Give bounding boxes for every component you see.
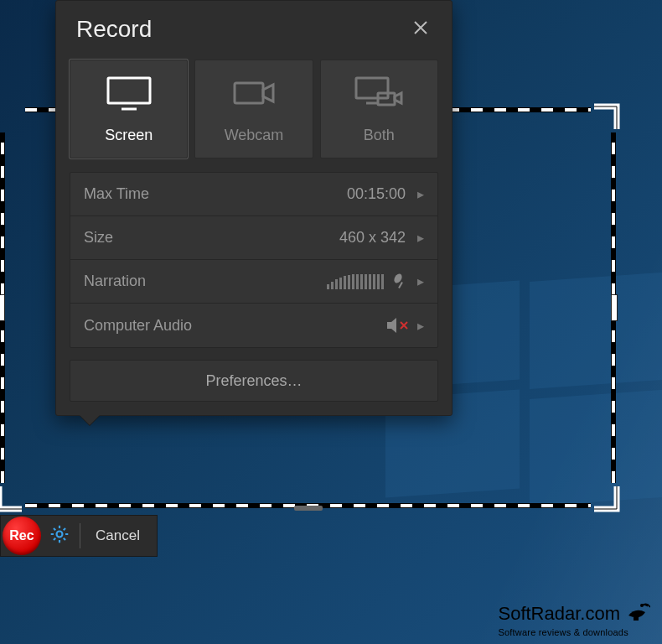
record-button-label: Rec — [9, 528, 34, 543]
row-computer-audio[interactable]: Computer Audio ▸ — [70, 304, 437, 347]
capture-handle-left[interactable] — [0, 294, 5, 321]
gear-icon — [49, 523, 70, 548]
capture-corner-top-right[interactable] — [592, 104, 619, 131]
row-narration[interactable]: Narration ▸ — [70, 260, 437, 304]
svg-rect-3 — [235, 83, 263, 103]
mode-screen-label: Screen — [105, 127, 153, 144]
svg-point-0 — [57, 532, 63, 538]
mode-webcam[interactable]: Webcam — [194, 60, 313, 158]
cancel-button-label: Cancel — [96, 527, 140, 544]
vu-meter — [327, 274, 384, 289]
watermark-title: SoftRadar.com — [498, 603, 620, 625]
speaker-muted-icon — [385, 317, 409, 334]
close-icon — [412, 19, 429, 39]
chevron-right-icon: ▸ — [411, 186, 431, 202]
svg-rect-10 — [634, 617, 639, 621]
max-time-label: Max Time — [84, 185, 149, 203]
mode-webcam-label: Webcam — [225, 127, 284, 144]
mode-both[interactable]: Both — [320, 60, 438, 158]
satellite-icon — [625, 600, 650, 627]
computer-audio-label: Computer Audio — [84, 317, 192, 335]
size-label: Size — [84, 229, 113, 247]
narration-label: Narration — [84, 273, 146, 290]
mode-screen[interactable]: Screen — [70, 60, 188, 158]
svg-rect-4 — [356, 78, 388, 98]
record-panel: Record Screen — [55, 0, 453, 416]
mode-selector: Screen Webcam Both — [70, 60, 438, 158]
capture-corner-bottom-right[interactable] — [592, 485, 619, 512]
close-button[interactable] — [408, 17, 433, 42]
preferences-button[interactable]: Preferences… — [70, 360, 438, 402]
max-time-value: 00:15:00 — [347, 185, 411, 203]
settings-button[interactable] — [43, 519, 76, 553]
capture-toolbar: Rec Cancel — [0, 515, 158, 557]
screen-webcam-icon — [353, 75, 405, 115]
row-size[interactable]: Size 460 x 342 ▸ — [70, 216, 437, 260]
chevron-right-icon: ▸ — [411, 230, 431, 246]
row-max-time[interactable]: Max Time 00:15:00 ▸ — [70, 173, 437, 216]
mode-both-label: Both — [364, 127, 395, 144]
size-value: 460 x 342 — [339, 229, 411, 247]
chevron-right-icon: ▸ — [411, 318, 431, 334]
svg-rect-8 — [398, 282, 403, 288]
svg-rect-1 — [108, 78, 150, 103]
watermark-subtitle: Software reviews & downloads — [498, 627, 650, 637]
site-watermark: SoftRadar.com Software reviews & downloa… — [498, 600, 650, 637]
toolbar-divider — [80, 523, 80, 548]
panel-pointer — [80, 415, 100, 425]
cancel-button[interactable]: Cancel — [84, 519, 152, 553]
microphone-icon — [392, 273, 409, 291]
chevron-right-icon: ▸ — [411, 273, 431, 289]
panel-title: Record — [76, 16, 152, 43]
record-button[interactable]: Rec — [3, 517, 41, 555]
webcam-icon — [230, 75, 278, 115]
capture-handle-right[interactable] — [611, 294, 618, 321]
monitor-icon — [105, 75, 153, 115]
capture-corner-bottom-left[interactable] — [0, 485, 23, 512]
capture-handle-bottom[interactable] — [294, 506, 323, 511]
settings-list: Max Time 00:15:00 ▸ Size 460 x 342 ▸ Nar… — [70, 172, 438, 348]
preferences-label: Preferences… — [205, 372, 302, 390]
